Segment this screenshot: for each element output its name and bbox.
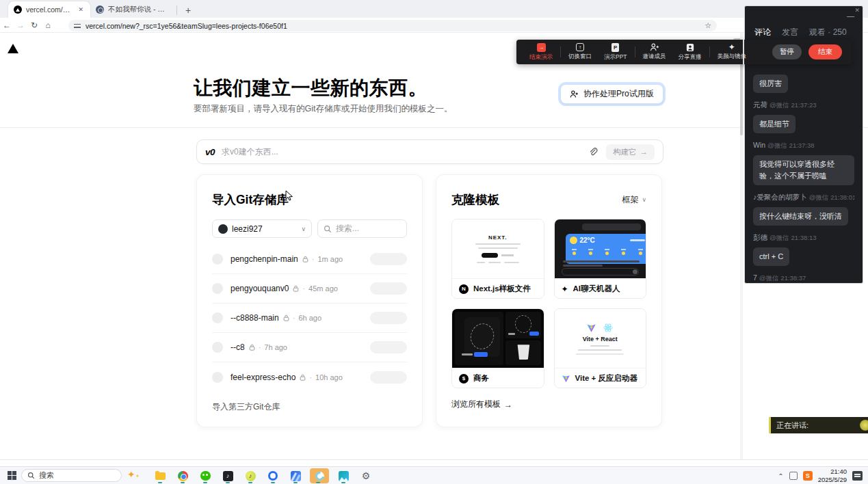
import-button-skeleton[interactable] (370, 371, 407, 384)
browse-all-templates-link[interactable]: 浏览所有模板 → (451, 399, 646, 410)
photos-app-icon[interactable] (335, 468, 352, 483)
repo-row[interactable]: pengchenpin-main · 1m ago (212, 245, 407, 274)
lock-icon (302, 256, 308, 263)
end-button[interactable]: 结束 (808, 44, 842, 59)
chat-message: Win @微信 21:37:38 我觉得可以穿透很多经验，这个不属于唠嗑 (753, 141, 854, 185)
chat-bubble: 很厉害 (753, 75, 788, 93)
sun-icon (570, 237, 577, 244)
repo-name: --c8888-main (231, 313, 279, 323)
dot-separator: · (309, 373, 312, 381)
settings-gear-icon[interactable]: ⚙ (358, 468, 374, 483)
sogou-input-tray-icon[interactable]: S (803, 471, 813, 481)
repo-row[interactable]: --c8888-main · 6h ago (212, 304, 407, 333)
new-tab-button[interactable]: + (185, 3, 191, 18)
share-live-button[interactable]: 分享直播 (672, 43, 708, 62)
repo-avatar (212, 283, 223, 294)
attachment-paperclip-icon[interactable] (588, 147, 598, 157)
template-tile-nextjs[interactable]: NEXT. N Next.js样板文件 (451, 219, 544, 299)
repo-name: pengchenpin-main (231, 254, 298, 264)
ai-sparkle-icon: ✦ (562, 285, 568, 293)
bookmark-star-icon[interactable]: ☆ (705, 21, 711, 30)
tray-chevron-up-icon[interactable]: ⌃ (778, 472, 783, 480)
import-button-skeleton[interactable] (370, 312, 407, 324)
chevron-down-icon: ∨ (642, 196, 646, 203)
repo-row[interactable]: pengyouquanv0 · 45m ago (212, 274, 407, 304)
import-button-skeleton[interactable] (370, 341, 407, 353)
chat-message: 彭德 @微信 21:38:13 ctrl + C (753, 233, 854, 266)
repo-search-input[interactable]: 搜索... (317, 219, 407, 238)
repo-search-placeholder: 搜索... (336, 223, 359, 234)
copilot-sparkle-icon[interactable]: ✦✦ (127, 469, 140, 480)
address-bar[interactable]: vercel.com/new?_rsc=1ye56&teamSlug=lees-… (68, 20, 717, 31)
browser-tab-vercel[interactable]: vercel.com/new? ✕ (8, 1, 90, 18)
collaborate-pro-trial-button[interactable]: 协作处理Pro试用版 (560, 84, 663, 104)
invite-members-button[interactable]: 邀请成员 (637, 43, 672, 61)
build-it-button[interactable]: 构建它 → (606, 144, 655, 160)
browser-o-icon[interactable] (265, 468, 281, 483)
end-presentation-button[interactable]: → 结束演示 (523, 43, 559, 62)
chat-source: @微信 (770, 234, 789, 241)
music-app-icon[interactable]: ♪ (242, 468, 259, 483)
dark-app-icon[interactable]: ♪ (220, 468, 236, 483)
notification-center-icon[interactable] (852, 471, 863, 481)
page-scrollbar[interactable] (740, 33, 743, 459)
clone-template-card: 克隆模板 框架 ∨ NEXT. N Next.js样板文件 (436, 174, 662, 427)
beauty-mirror-button[interactable]: ✦ 美颜与镜像 (711, 43, 753, 61)
chat-source: @微信 (809, 193, 829, 201)
taskbar-search-placeholder: 搜索 (39, 470, 54, 481)
blue-app-icon[interactable] (287, 468, 304, 483)
template-tile-ai-chatbot[interactable]: 22°C ✦ (554, 219, 647, 299)
repo-avatar (212, 312, 223, 323)
taskbar-clock[interactable]: 21:40 2025/5/29 (818, 468, 847, 484)
framework-filter-dropdown[interactable]: 框架 ∨ (622, 194, 646, 206)
panel-border-seam (743, 40, 744, 64)
template-tile-commerce[interactable]: $ 商务 (451, 308, 544, 388)
panel-tab-speak[interactable]: 发言 (782, 27, 798, 38)
pause-button[interactable]: 暂停 (772, 44, 802, 59)
page-subtitle: 要部署新项目，请导入现有的Git存储库或开始使用我们的模板之一。 (194, 103, 452, 115)
tab-divider (176, 5, 177, 15)
back-button[interactable]: ← (0, 21, 14, 30)
vite-logo-icon (562, 374, 570, 383)
vite-preview-title: Vite + React (583, 336, 618, 342)
lock-icon (283, 314, 289, 321)
repo-time: 45m ago (308, 284, 338, 293)
meeting-app-icon-active[interactable] (310, 468, 329, 483)
repo-row[interactable]: --c8 · 7h ago (212, 333, 407, 362)
dot-separator: · (312, 255, 315, 263)
arrow-right-icon: → (504, 400, 512, 409)
file-explorer-icon[interactable] (152, 468, 168, 483)
git-account-dropdown[interactable]: leezi927 ∨ (212, 219, 312, 238)
panel-tab-comments[interactable]: 评论 (754, 27, 771, 38)
import-button-skeleton[interactable] (370, 282, 407, 295)
import-button-skeleton[interactable] (370, 253, 407, 265)
repo-name: pengyouquanv0 (231, 284, 289, 293)
url-text: vercel.com/new?_rsc=1ye56&teamSlug=lees-… (86, 22, 700, 30)
v0-prompt-placeholder[interactable]: 求v0建个东西... (222, 146, 588, 158)
snip-tool-tray-icon[interactable] (789, 472, 798, 480)
reload-button[interactable]: ↻ (27, 21, 41, 30)
panel-tab-watching[interactable]: 观看 · 250 (809, 27, 847, 38)
home-button[interactable]: ⌂ (41, 21, 55, 30)
panel-close-icon[interactable]: ✕ (854, 7, 860, 14)
template-tile-vite[interactable]: Vite + React Vite + 反应启动器 (554, 308, 647, 388)
browser-tab-ai-chat[interactable]: 不如我帮你说 - AI朋友 (90, 1, 172, 18)
panel-minimize-icon[interactable]: — (847, 12, 854, 20)
repo-row[interactable]: feel-express-echo · 10h ago (212, 362, 407, 392)
wechat-icon[interactable] (197, 468, 213, 483)
import-third-party-link[interactable]: 导入第三方Git仓库 (212, 401, 407, 413)
site-settings-icon[interactable] (74, 23, 81, 29)
v0-prompt-bar[interactable]: v0 求v0建个东西... 构建它 → (196, 139, 663, 164)
chat-source: @微信 (770, 101, 789, 109)
present-ppt-button[interactable]: P 演示PPT (598, 43, 633, 62)
git-account-name: leezi927 (232, 224, 263, 234)
screen-share-toolbar: → 结束演示 ↑ 切换窗口 P 演示PPT 邀请成员 (516, 40, 852, 64)
switch-window-button[interactable]: ↑ 切换窗口 (562, 43, 598, 61)
ppt-document-icon: P (611, 43, 619, 52)
repo-avatar (212, 372, 223, 383)
taskbar-search-box[interactable]: 搜索 (21, 469, 122, 482)
chrome-icon[interactable] (174, 468, 191, 483)
start-button-icon[interactable] (8, 471, 16, 480)
forward-button[interactable]: → (14, 21, 27, 30)
tab-close-icon[interactable]: ✕ (77, 6, 85, 13)
